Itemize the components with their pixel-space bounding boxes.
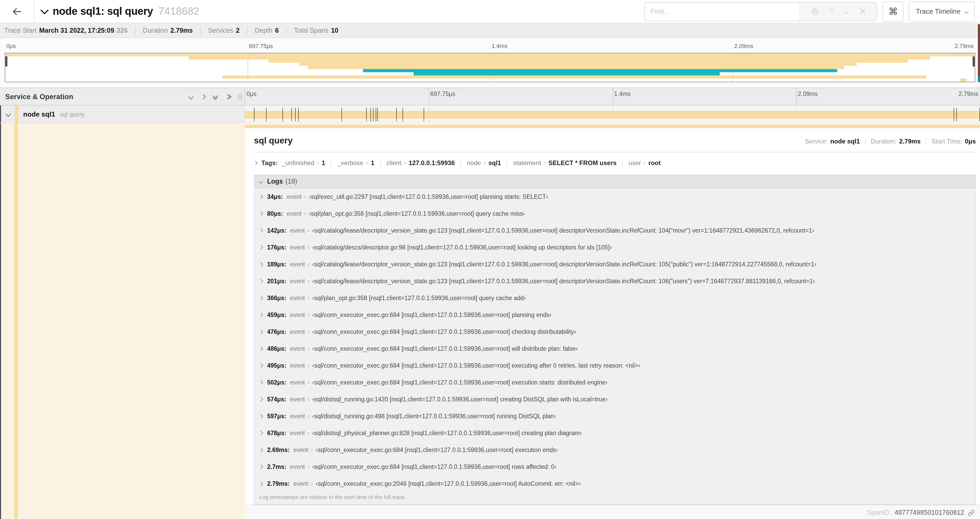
minimap-canvas[interactable]: [5, 53, 975, 82]
tag-key: node: [467, 159, 481, 167]
log-row[interactable]: 2.7ms:event=‹sql/conn_executor_exec.go:6…: [255, 458, 975, 475]
minimap-span-bar: [363, 69, 837, 72]
divider: [135, 27, 135, 34]
log-row[interactable]: 502μs:event=‹sql/conn_executor_exec.go:6…: [255, 374, 975, 391]
log-row[interactable]: 80μs:event=‹sql/plan_opt.go:358 [nsql1,c…: [255, 205, 975, 222]
chevron-right-icon: [259, 347, 263, 351]
span-collapse-chevron-icon[interactable]: [6, 112, 11, 117]
span-detail-area: sql query Service:node sql1Duration:2.79…: [0, 123, 980, 519]
divider: [460, 160, 461, 166]
log-row[interactable]: 201μs:event=‹sql/catalog/lease/descripto…: [255, 273, 975, 289]
log-row[interactable]: 2.79ms:event=‹sql/conn_executor_exec.go:…: [255, 475, 975, 492]
collapse-trace-chevron-icon[interactable]: [40, 6, 48, 14]
log-field-name: event: [290, 464, 305, 470]
divider: [286, 27, 286, 34]
log-row[interactable]: 486μs:event=‹sql/conn_executor_exec.go:6…: [255, 340, 975, 357]
log-time: 201μs:: [267, 278, 286, 284]
log-field-name: event: [286, 193, 301, 200]
gridline: [612, 105, 613, 123]
log-row[interactable]: 495μs:event=‹sql/conn_executor_exec.go:6…: [255, 357, 975, 374]
span-name-cell[interactable]: node sql1 sql query: [0, 105, 245, 123]
trace-view-selector-button[interactable]: Trace Timeline: [909, 1, 975, 21]
timeline-ruler: 0μs697.75μs1.4ms2.09ms2.79ms: [245, 88, 980, 105]
timeline-minimap-section: 0μs697.75μs1.4ms2.09ms2.79ms: [0, 38, 980, 88]
log-row[interactable]: 34μs:event=‹sql/exec_util.go:2297 [nsql1…: [255, 188, 975, 205]
span-row[interactable]: node sql1 sql query: [0, 105, 980, 123]
tags-row[interactable]: Tags: _unfinished=1_verbose=1client=127.…: [254, 157, 976, 169]
log-row[interactable]: 142μs:event=‹sql/catalog/lease/descripto…: [255, 222, 975, 239]
minimap-span-bar: [222, 75, 926, 78]
locate-icon[interactable]: [811, 8, 819, 15]
log-field-value: ‹sql/conn_executor_exec.go:2046 [nsql1,c…: [316, 481, 581, 487]
log-row[interactable]: 189μs:event=‹sql/catalog/lease/descripto…: [255, 256, 975, 273]
tag-item: client=127.0.0.1:59936: [387, 159, 455, 167]
equals-sign: =: [365, 160, 369, 166]
summary-value: 2: [236, 27, 240, 34]
tag-key: _unfinished: [282, 159, 314, 167]
tag-key: _verbose: [337, 159, 364, 167]
log-row[interactable]: 476μs:event=‹sql/conn_executor_exec.go:6…: [255, 323, 975, 340]
log-row[interactable]: 366μs:event=‹sql/plan_opt.go:358 [nsql1,…: [255, 289, 975, 307]
span-table-header: Service & Operation 0μs697.75μs1.4ms2.09…: [0, 88, 980, 105]
clear-find-icon[interactable]: [860, 8, 865, 14]
log-marker: [282, 108, 283, 121]
collapse-one-icon[interactable]: [188, 94, 194, 99]
log-field-name: event: [290, 244, 305, 251]
detail-field: Start Time:0μs: [932, 138, 976, 145]
back-button[interactable]: [0, 0, 34, 23]
log-time: 142μs:: [267, 227, 286, 234]
chevron-right-icon: [259, 330, 263, 334]
log-marker: [402, 108, 403, 121]
chevron-right-icon: [259, 448, 263, 452]
chevron-right-icon: [259, 228, 263, 233]
detail-field: Service:node sql1: [805, 138, 860, 145]
gridline: [429, 105, 430, 123]
equals-sign: =: [304, 211, 307, 217]
log-time: 176μs:: [267, 244, 286, 251]
log-row[interactable]: 176μs:event=‹sql/catalog/descs/descripto…: [255, 239, 975, 256]
equals-sign: =: [307, 345, 310, 352]
expand-one-icon[interactable]: [200, 94, 206, 99]
service-color-strip: [15, 105, 18, 123]
span-detail-header: sql query Service:node sql1Duration:2.79…: [254, 133, 976, 145]
keyboard-shortcuts-button[interactable]: ⌘: [883, 1, 904, 21]
log-row[interactable]: 597μs:event=‹sql/distsql_running.go:498 …: [255, 408, 975, 425]
ruler-tick-label: 1.4ms: [614, 91, 631, 97]
log-time: 189μs:: [267, 261, 286, 267]
chevron-right-icon: [253, 161, 258, 165]
tag-value: 1: [371, 159, 374, 167]
summary-label: Depth: [255, 27, 272, 34]
log-time: 476μs:: [267, 329, 286, 335]
span-detail-fields: Service:node sql1Duration:2.79msStart Ti…: [805, 138, 976, 145]
column-resizer-handle[interactable]: [238, 93, 242, 100]
log-field-value: ‹sql/exec_util.go:2297 [nsql1,client=127…: [309, 193, 548, 200]
minimap-span-bar: [189, 56, 930, 60]
collapse-controls: [189, 94, 231, 99]
log-row[interactable]: 574μs:event=‹sql/distsql_running.go:1420…: [255, 391, 975, 408]
log-marker: [954, 108, 954, 121]
log-marker: [373, 108, 374, 121]
span-bar-cell[interactable]: [245, 105, 980, 123]
minimap-span-bar: [413, 72, 720, 75]
equals-sign: =: [307, 295, 310, 301]
find-prev-icon[interactable]: [829, 9, 834, 14]
equals-sign: =: [543, 160, 546, 166]
log-row[interactable]: 678μs:event=‹sql/distsql_physical_planne…: [255, 425, 975, 441]
trace-id: 7418682: [158, 5, 199, 18]
divider: [200, 27, 201, 34]
summary-value: March 31 2022, 17:25:09: [39, 27, 115, 34]
equals-sign: =: [307, 363, 310, 369]
expand-all-icon[interactable]: [226, 95, 231, 98]
summary-label: Duration: [143, 27, 168, 34]
log-row[interactable]: 2.69ms:event=‹sql/conn_executor_exec.go:…: [255, 441, 975, 458]
collapse-all-icon[interactable]: [213, 94, 217, 99]
link-icon[interactable]: [968, 509, 975, 516]
logs-footnote: Log timestamps are relative to the start…: [255, 492, 975, 504]
log-rows: 34μs:event=‹sql/exec_util.go:2297 [nsql1…: [255, 188, 975, 492]
find-input[interactable]: [645, 2, 799, 20]
summary-value: 10: [331, 27, 339, 34]
logs-header[interactable]: Logs (18): [255, 175, 975, 188]
find-next-icon[interactable]: [844, 9, 850, 14]
minimap-span-bar: [5, 53, 975, 56]
log-row[interactable]: 459μs:event=‹sql/conn_executor_exec.go:6…: [255, 307, 975, 323]
